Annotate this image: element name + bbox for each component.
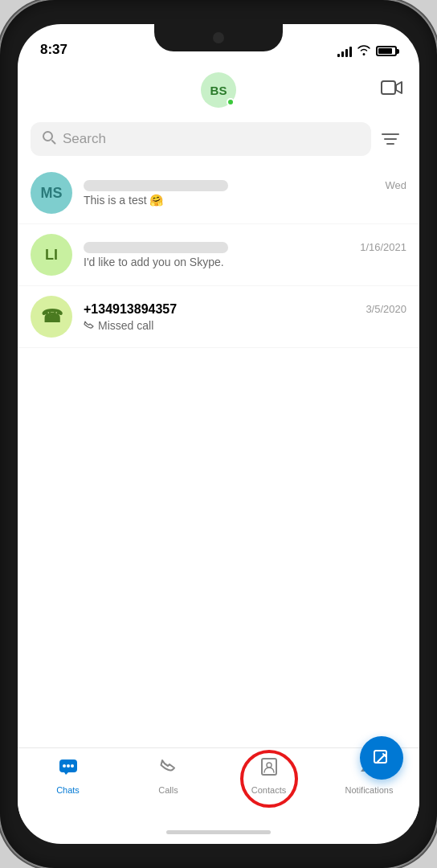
nav-item-chats[interactable]: Chats [18,756,118,795]
signal-bars [337,46,352,57]
search-bar: Search [31,122,406,156]
notifications-label: Notifications [345,785,394,795]
battery-icon [376,46,397,56]
contacts-label: Contacts [251,785,286,795]
chat-item[interactable]: ☎ +134913894357 3/5/2020 Missed call [18,286,419,348]
svg-point-9 [71,764,74,768]
svg-point-7 [63,764,66,768]
nav-item-contacts[interactable]: Contacts [218,756,319,795]
svg-point-11 [267,763,272,768]
user-avatar[interactable]: BS [201,72,236,108]
status-time: 8:37 [40,42,67,58]
chats-label: Chats [56,785,80,795]
signal-bar-2 [341,51,344,57]
search-icon [42,130,56,148]
chat-content-ms: Wed This is a test 🤗 [84,179,406,207]
header: BS [18,64,419,116]
phone-frame: 8:37 [0,0,437,868]
filter-button[interactable] [374,123,406,155]
chat-content-li: 1/16/2021 I'd like to add you on Skype. [84,241,406,268]
notch-camera [213,32,224,43]
chat-content-phone: +134913894357 3/5/2020 Missed call [84,302,406,332]
wifi-icon [357,44,371,58]
chat-list: MS Wed This is a test 🤗 LI [18,162,419,747]
search-placeholder: Search [63,131,106,147]
chat-date: Wed [386,179,407,191]
status-icons [337,44,397,58]
calls-icon [158,756,179,782]
chat-avatar-ms: MS [31,172,72,214]
search-input-container[interactable]: Search [31,122,371,156]
missed-call-indicator: Missed call [84,319,406,332]
notch [154,24,283,51]
signal-bar-4 [349,47,352,57]
chat-name-blurred [84,242,228,253]
chat-avatar-li: LI [31,234,72,276]
chat-message: I'd like to add you on Skype. [84,256,406,268]
chat-name-row: +134913894357 3/5/2020 [84,302,406,317]
chat-item[interactable]: MS Wed This is a test 🤗 [18,162,419,224]
chat-item[interactable]: LI 1/16/2021 I'd like to add you on Skyp… [18,224,419,286]
svg-point-8 [67,764,70,768]
chat-date: 1/16/2021 [360,241,406,253]
contacts-icon [259,756,280,782]
app-content: BS [18,64,419,747]
home-indicator [18,820,419,844]
chat-name-blurred [84,180,228,191]
chat-name-row: 1/16/2021 [84,241,406,253]
online-indicator [227,98,235,106]
signal-bar-1 [337,54,340,57]
chat-message: This is a test 🤗 [84,194,406,207]
home-bar [166,830,271,834]
calls-label: Calls [158,785,178,795]
phone-screen: 8:37 [18,24,419,844]
battery-fill [378,48,392,54]
chats-icon [58,756,79,782]
bottom-nav: Chats Calls [18,747,419,820]
svg-rect-0 [382,81,395,94]
chat-name-row: Wed [84,179,406,191]
video-call-button[interactable] [381,79,403,101]
chat-avatar-phone: ☎ [31,296,72,338]
chat-name: +134913894357 [84,302,177,317]
signal-bar-3 [345,49,348,57]
svg-point-1 [43,132,52,141]
chat-date: 3/5/2020 [366,303,406,315]
missed-call-text: Missed call [98,319,153,332]
nav-item-calls[interactable]: Calls [118,756,218,795]
